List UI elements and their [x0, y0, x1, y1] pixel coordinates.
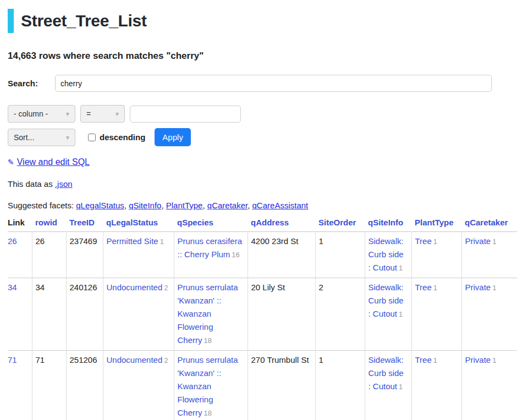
- sql-line: ✎View and edit SQL: [8, 157, 517, 167]
- apply-button[interactable]: Apply: [155, 128, 191, 146]
- facet-count: 18: [204, 336, 212, 345]
- facet-link-qsiteinfo[interactable]: qSiteInfo: [129, 201, 161, 210]
- cell-qspecies: Prunus serrulata 'Kwanzan' :: Kwanzan Fl…: [174, 351, 248, 420]
- cell-link: 71: [8, 351, 32, 420]
- cell-qaddress: 20 Lily St: [248, 278, 315, 351]
- column-header-qlegalstatus[interactable]: qLegalStatus: [103, 217, 174, 232]
- cell-qcaretaker: Private1: [461, 232, 517, 278]
- facet-value-link[interactable]: Permitted Site: [107, 236, 158, 246]
- row-link[interactable]: 34: [8, 283, 17, 292]
- filter-value-input[interactable]: [130, 106, 241, 123]
- facet-count: 1: [492, 284, 496, 292]
- column-header-rowid[interactable]: rowid: [32, 217, 66, 232]
- cell-treeid: 240126: [66, 278, 103, 351]
- cell-qlegalstatus: Permitted Site1: [103, 232, 174, 278]
- facet-value-link[interactable]: Prunus serrulata 'Kwanzan' :: Kwanzan Fl…: [178, 283, 238, 345]
- cell-qaddress: 270 Trumbull St: [248, 351, 315, 420]
- facets-prefix: Suggested facets:: [8, 201, 74, 210]
- cell-link: 34: [8, 278, 32, 351]
- facet-count: 1: [492, 237, 496, 246]
- facet-value-link[interactable]: Tree: [415, 236, 432, 246]
- facet-separator: ,: [161, 201, 166, 210]
- search-row: Search:: [8, 75, 517, 92]
- cell-rowid: 71: [32, 351, 66, 420]
- view-edit-sql-link[interactable]: View and edit SQL: [17, 157, 90, 167]
- facet-count: 1: [433, 284, 437, 292]
- facet-value-link[interactable]: Undocumented: [107, 283, 163, 292]
- sort-row: Sort... ▼ descending Apply: [8, 128, 517, 146]
- search-label: Search:: [8, 79, 55, 88]
- facet-value-link[interactable]: Private: [465, 355, 491, 364]
- cell-siteorder: 1: [315, 232, 365, 278]
- search-input[interactable]: [55, 75, 492, 92]
- page-header: Street_Tree_List: [8, 9, 517, 33]
- column-header-qsiteinfo[interactable]: qSiteInfo: [365, 217, 411, 232]
- cell-rowid: 26: [32, 232, 66, 278]
- cell-siteorder: 1: [315, 351, 365, 420]
- row-count-text: 14,663 rows where search matches "cherry…: [8, 51, 517, 62]
- column-header-qcaretaker[interactable]: qCaretaker: [461, 217, 517, 232]
- facet-count: 1: [492, 356, 496, 364]
- cell-planttype: Tree1: [411, 278, 461, 351]
- cell-rowid: 34: [32, 278, 66, 351]
- facet-value-link[interactable]: Tree: [415, 283, 432, 292]
- cell-planttype: Tree1: [411, 351, 461, 420]
- cell-qaddress: 4200 23rd St: [248, 232, 315, 278]
- facet-value-link[interactable]: Prunus serrulata 'Kwanzan' :: Kwanzan Fl…: [178, 355, 238, 417]
- cell-qsiteinfo: Sidewalk: Curb side : Cutout1: [365, 278, 411, 351]
- cell-qlegalstatus: Undocumented2: [103, 351, 174, 420]
- table-row: 26 26 237469 Permitted Site1 Prunus cera…: [8, 232, 517, 278]
- facet-value-link[interactable]: Private: [465, 283, 491, 292]
- facet-separator: ,: [202, 201, 207, 210]
- accent-bar: [8, 9, 14, 33]
- facet-link-planttype[interactable]: PlantType: [166, 201, 203, 210]
- facet-link-qcaretaker[interactable]: qCaretaker: [207, 201, 248, 210]
- facet-count: 2: [164, 284, 168, 292]
- column-header-siteorder[interactable]: SiteOrder: [315, 217, 365, 232]
- operator-select[interactable]: =: [80, 105, 125, 123]
- cell-qsiteinfo: Sidewalk: Curb side : Cutout1: [365, 351, 411, 420]
- cell-qcaretaker: Private1: [461, 351, 517, 420]
- facet-separator: ,: [124, 201, 129, 210]
- column-header-treeid[interactable]: TreeID: [66, 217, 103, 232]
- facet-count: 1: [399, 264, 403, 272]
- column-header-qspecies[interactable]: qSpecies: [174, 217, 248, 232]
- cell-siteorder: 2: [315, 278, 365, 351]
- row-link[interactable]: 26: [8, 236, 17, 246]
- facet-count: 1: [433, 237, 437, 246]
- column-header-qaddress[interactable]: qAddress: [248, 217, 315, 232]
- facet-value-link[interactable]: Tree: [415, 355, 432, 364]
- descending-checkbox[interactable]: [88, 134, 96, 141]
- sort-select[interactable]: Sort...: [8, 129, 75, 146]
- column-header-link: Link: [8, 217, 32, 232]
- table-row: 34 34 240126 Undocumented2 Prunus serrul…: [8, 278, 517, 351]
- facet-count: 16: [232, 251, 239, 259]
- page-title: Street_Tree_List: [21, 9, 147, 33]
- facet-count: 1: [399, 310, 403, 318]
- table-header-row: Link rowid TreeID qLegalStatus qSpecies …: [8, 217, 517, 232]
- filter-row: - column - ▼ = ▼: [8, 105, 517, 123]
- facet-count: 1: [399, 383, 403, 391]
- cell-treeid: 237469: [66, 232, 103, 278]
- facet-count: 18: [204, 409, 212, 417]
- json-link[interactable]: .json: [55, 179, 73, 189]
- data-as-prefix: This data as: [8, 179, 53, 189]
- facet-count: 2: [164, 356, 168, 364]
- facet-count: 1: [160, 237, 164, 246]
- row-link[interactable]: 71: [8, 355, 17, 364]
- facet-link-qlegalstatus[interactable]: qLegalStatus: [76, 201, 124, 210]
- facet-value-link[interactable]: Undocumented: [107, 355, 163, 364]
- facets-line: Suggested facets: qLegalStatus, qSiteInf…: [8, 201, 517, 210]
- facet-link-qcareassistant[interactable]: qCareAssistant: [252, 201, 309, 210]
- cell-qsiteinfo: Sidewalk: Curb side : Cutout1: [365, 232, 411, 278]
- cell-qspecies: Prunus serrulata 'Kwanzan' :: Kwanzan Fl…: [174, 278, 248, 351]
- cell-planttype: Tree1: [411, 232, 461, 278]
- facet-value-link[interactable]: Private: [465, 236, 491, 246]
- column-select[interactable]: - column -: [8, 105, 75, 123]
- pencil-icon: ✎: [8, 158, 14, 167]
- cell-qcaretaker: Private1: [461, 278, 517, 351]
- table-row: 71 71 251206 Undocumented2 Prunus serrul…: [8, 351, 517, 420]
- facet-count: 1: [433, 356, 437, 364]
- column-header-planttype[interactable]: PlantType: [411, 217, 461, 232]
- facet-separator: ,: [248, 201, 252, 210]
